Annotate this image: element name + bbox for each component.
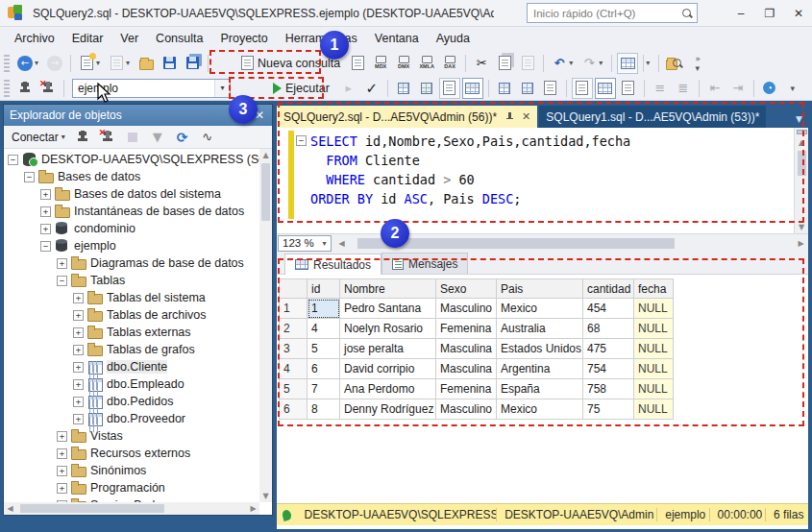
- results-pane-toggle-button[interactable]: [462, 78, 483, 99]
- fold-collapse-icon[interactable]: −: [296, 135, 307, 146]
- grid-cell[interactable]: Mexico: [497, 299, 583, 319]
- grid-cell[interactable]: NULL: [634, 299, 674, 319]
- grid-column-header-Nombre[interactable]: Nombre: [340, 278, 436, 299]
- tree-expander-icon[interactable]: −: [40, 241, 51, 252]
- grid-cell[interactable]: Femenina: [436, 319, 497, 339]
- grid-corner-cell[interactable]: [279, 278, 308, 299]
- menu-editar[interactable]: Editar: [63, 29, 112, 48]
- grid-cell[interactable]: Noelyn Rosario: [340, 319, 436, 339]
- copy-button[interactable]: [494, 53, 515, 74]
- tree-item-tablas-externas[interactable]: +Tablas externas: [4, 324, 258, 341]
- tab-pin-icon[interactable]: [504, 111, 514, 123]
- grid-cell[interactable]: David corripio: [340, 359, 436, 379]
- document-tab-2[interactable]: SQLQuery1.sql - D...AE5VQ\Admin (53))*: [539, 106, 766, 128]
- connect-query-button[interactable]: [14, 78, 36, 99]
- add-item-dropdown-icon[interactable]: ▾: [126, 59, 135, 67]
- grid-cell[interactable]: 5: [308, 339, 340, 359]
- quick-launch-search[interactable]: Inicio rápido (Ctrl+Q): [527, 3, 698, 23]
- grid-cell[interactable]: NULL: [634, 379, 674, 399]
- grid-cell[interactable]: 68: [583, 319, 634, 339]
- tree-item-sin-nimos[interactable]: +Sinónimos: [4, 462, 258, 479]
- grid-cell[interactable]: 75: [583, 399, 634, 420]
- grid-cell[interactable]: Denny Rodríguez: [340, 399, 436, 420]
- display-estimated-plan-button[interactable]: [393, 78, 414, 99]
- grid-row-number[interactable]: 2: [279, 319, 308, 339]
- results-grid[interactable]: idNombreSexoPaiscantidadfecha11Pedro San…: [279, 278, 674, 420]
- grid-cell[interactable]: Australia: [497, 319, 583, 339]
- tree-expander-icon[interactable]: +: [73, 362, 84, 373]
- grid-cell[interactable]: Pedro Santana: [340, 299, 436, 319]
- editor-code-area[interactable]: SELECT id,Nombre,Sexo,Pais,cantidad,fech…: [310, 128, 794, 233]
- grid-cell[interactable]: NULL: [634, 359, 674, 379]
- grid-cell[interactable]: Masculino: [436, 399, 497, 420]
- new-project-button[interactable]: [76, 53, 97, 74]
- tree-item-tablas-de-archivos[interactable]: +Tablas de archivos: [4, 306, 258, 324]
- navigate-forward-button[interactable]: →: [44, 53, 65, 74]
- editor-vertical-scrollbar[interactable]: ▲ ▼: [794, 128, 808, 233]
- indent-increase-icon[interactable]: ≣: [673, 78, 694, 99]
- new-dmx-query-button[interactable]: DMX: [393, 53, 414, 74]
- new-query-current-connection-button[interactable]: [347, 53, 368, 74]
- results-tab-resultados[interactable]: Resultados: [284, 254, 381, 275]
- tree-item-tablas-del-sistema[interactable]: +Tablas del sistema: [4, 289, 258, 306]
- grid-cell[interactable]: jose peralta: [340, 339, 436, 359]
- menu-archivo[interactable]: Archivo: [6, 29, 63, 48]
- navigate-back-button[interactable]: ←: [14, 53, 36, 74]
- menu-ver[interactable]: Ver: [111, 29, 147, 48]
- menu-consulta[interactable]: Consulta: [147, 29, 211, 48]
- toolbar2-overflow-icon[interactable]: ▾: [782, 78, 803, 99]
- tree-item-bases-de-datos[interactable]: −Bases de datos: [4, 168, 258, 185]
- toolbar-overflow-icon[interactable]: »▾: [687, 53, 708, 74]
- tree-expander-icon[interactable]: +: [73, 397, 84, 407]
- undo-button[interactable]: ↶: [549, 53, 570, 74]
- change-connection-button[interactable]: ✕: [37, 78, 59, 99]
- grid-cell[interactable]: Ana Perdomo: [340, 379, 436, 399]
- grid-cell[interactable]: 454: [583, 299, 634, 319]
- results-to-text-button[interactable]: [572, 78, 593, 99]
- results-to-grid-button[interactable]: [595, 78, 616, 99]
- tree-item-desktop-uaae5vq-sqlexpress-sql-s[interactable]: −DESKTOP-UAAE5VQ\SQLEXPRESS (SQL S: [4, 151, 258, 168]
- new-mdx-query-button[interactable]: MDX: [370, 53, 391, 74]
- tree-expander-icon[interactable]: +: [40, 224, 51, 234]
- new-xmla-query-button[interactable]: XMLA: [416, 53, 437, 74]
- open-file-button[interactable]: [135, 53, 157, 74]
- tree-item-vistas[interactable]: +Vistas: [4, 427, 258, 445]
- menu-ayuda[interactable]: Ayuda: [428, 29, 479, 48]
- paste-button[interactable]: [517, 53, 538, 74]
- tree-item-recursos-externos[interactable]: +Recursos externos: [4, 445, 258, 462]
- grid-row-number[interactable]: 3: [279, 339, 308, 359]
- grid-row-number[interactable]: 6: [279, 399, 308, 420]
- browser-link-button[interactable]: ◔: [759, 78, 780, 99]
- tree-expander-icon[interactable]: +: [40, 189, 51, 200]
- oe-filter-icon[interactable]: ▼: [147, 127, 168, 148]
- tree-expander-icon[interactable]: +: [40, 206, 51, 217]
- tree-item-tablas-de-grafos[interactable]: +Tablas de grafos: [4, 341, 258, 358]
- indent-decrease-icon[interactable]: ≡: [650, 78, 671, 99]
- outline-expand-icon[interactable]: ⇥: [727, 78, 749, 99]
- results-to-file-button[interactable]: [540, 78, 561, 99]
- tab-close-icon[interactable]: ✕: [522, 110, 530, 123]
- document-tab-1[interactable]: SQLQuery2.sql - D...AE5VQ\Admin (56))*✕: [277, 106, 537, 128]
- tree-item-instant-neas-de-bases-de-datos[interactable]: +Instantáneas de bases de datos: [4, 203, 258, 220]
- script-designer-button[interactable]: [617, 53, 638, 74]
- grid-column-header-Sexo[interactable]: Sexo: [436, 278, 497, 299]
- tree-expander-icon[interactable]: +: [73, 379, 84, 390]
- maximize-button[interactable]: ❐: [762, 6, 777, 21]
- live-query-stats-button[interactable]: [517, 78, 538, 99]
- tree-expander-icon[interactable]: +: [73, 310, 84, 321]
- close-button[interactable]: ✕: [791, 6, 806, 21]
- tree-vertical-scrollbar[interactable]: ▲ ▼: [259, 149, 272, 502]
- tree-expander-icon[interactable]: +: [57, 431, 67, 442]
- tree-expander-icon[interactable]: −: [24, 172, 35, 182]
- grid-column-header-fecha[interactable]: fecha: [634, 278, 674, 299]
- tree-expander-icon[interactable]: +: [57, 466, 67, 476]
- tree-expander-icon[interactable]: −: [8, 155, 18, 165]
- debug-button[interactable]: ▸: [338, 78, 359, 99]
- database-selector[interactable]: ejemplo ▾: [72, 79, 231, 98]
- outline-collapse-icon[interactable]: ⇤: [704, 78, 726, 99]
- tree-item-diagramas-de-base-de-datos[interactable]: +Diagramas de base de datos: [4, 254, 258, 272]
- tree-expander-icon[interactable]: +: [73, 345, 84, 355]
- execute-button[interactable]: Ejecutar: [265, 80, 337, 97]
- results-tab-mensajes[interactable]: Mensajes: [381, 253, 468, 274]
- grid-cell[interactable]: 7: [308, 379, 340, 399]
